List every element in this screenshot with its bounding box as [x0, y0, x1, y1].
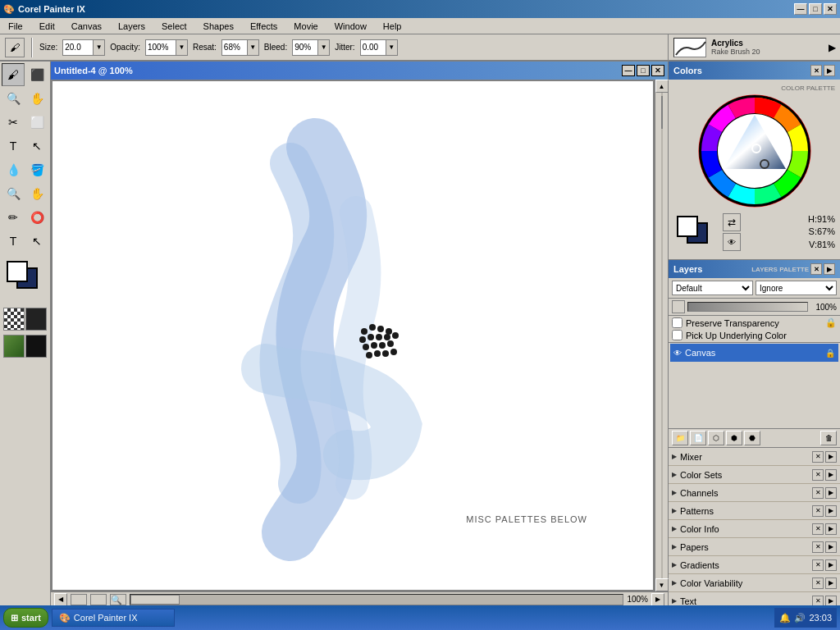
- scroll-down-button[interactable]: ▼: [655, 578, 669, 591]
- mixer-expand-btn[interactable]: ▶: [825, 451, 837, 463]
- color-sets-close-btn[interactable]: ✕: [812, 469, 824, 481]
- composite-select[interactable]: Ignore: [756, 281, 837, 295]
- select-tool[interactable]: ↖: [25, 230, 48, 253]
- color-sets-expand-btn[interactable]: ▶: [825, 469, 837, 481]
- resat-arrow[interactable]: ▼: [247, 40, 258, 55]
- pen-tool[interactable]: ✏: [2, 206, 25, 229]
- opacity-slider[interactable]: [687, 302, 808, 312]
- layers-expand[interactable]: ▶: [824, 263, 835, 275]
- layer-trash-btn[interactable]: 🗑: [820, 431, 837, 445]
- start-button[interactable]: ⊞ start: [3, 608, 48, 628]
- blend-mode-select[interactable]: Default: [672, 281, 753, 295]
- text-expand-btn[interactable]: ▶: [825, 596, 837, 606]
- paint-bucket-tool[interactable]: 🪣: [25, 158, 48, 181]
- colors-panel-close[interactable]: ✕: [810, 65, 822, 76]
- channels-close-btn[interactable]: ✕: [812, 487, 824, 499]
- gradients-palette-row[interactable]: ▶ Gradients ✕ ▶: [669, 556, 840, 574]
- menu-window[interactable]: Window: [330, 20, 372, 33]
- menu-shapes[interactable]: Shapes: [199, 20, 239, 33]
- layer-adj-tool[interactable]: ↖: [25, 135, 48, 158]
- pattern-swatch[interactable]: [3, 308, 25, 331]
- dark-swatch[interactable]: [25, 308, 47, 331]
- minimize-button[interactable]: —: [794, 3, 807, 15]
- layer-copy-btn[interactable]: ⬡: [708, 431, 724, 445]
- layer-more-btn[interactable]: ⬣: [744, 431, 760, 445]
- fg-color-swatch[interactable]: [677, 216, 698, 237]
- papers-palette-row[interactable]: ▶ Papers ✕ ▶: [669, 538, 840, 556]
- text-tool[interactable]: T: [2, 135, 25, 158]
- color-variability-close-btn[interactable]: ✕: [812, 578, 824, 589]
- scrollbar-h-thumb[interactable]: [130, 595, 180, 605]
- black-swatch[interactable]: [25, 335, 47, 358]
- grabber-tool[interactable]: ✋: [25, 87, 48, 110]
- scroll-left-button[interactable]: ◀: [54, 593, 67, 606]
- scrollbar-h-track[interactable]: [130, 594, 623, 605]
- zoom-tool-2[interactable]: 🔍: [2, 182, 25, 205]
- jitter-input[interactable]: [361, 42, 386, 52]
- color-info-close-btn[interactable]: ✕: [812, 523, 824, 535]
- patterns-close-btn[interactable]: ✕: [812, 505, 824, 517]
- layers-close[interactable]: ✕: [810, 263, 822, 275]
- text-tool-2[interactable]: T: [2, 230, 25, 253]
- menu-file[interactable]: File: [3, 20, 28, 33]
- canvas-layer-item[interactable]: 👁 Canvas 🔒: [670, 344, 838, 362]
- color-variability-expand-btn[interactable]: ▶: [825, 578, 837, 589]
- patterns-palette-row[interactable]: ▶ Patterns ✕ ▶: [669, 502, 840, 520]
- channels-palette-row[interactable]: ▶ Channels ✕ ▶: [669, 484, 840, 502]
- scroll-thumb-v[interactable]: [661, 96, 663, 129]
- taskbar-painter-window[interactable]: 🎨 Corel Painter IX: [52, 609, 175, 627]
- color-sets-palette-row[interactable]: ▶ Color Sets ✕ ▶: [669, 466, 840, 484]
- canvas-inner[interactable]: MISC PALETTES BELOW: [52, 81, 653, 590]
- transform-tool[interactable]: ⬛: [25, 63, 48, 86]
- canvas-close[interactable]: ✕: [651, 65, 664, 76]
- papers-expand-btn[interactable]: ▶: [825, 541, 837, 553]
- brush-expand-arrow[interactable]: ▶: [829, 42, 836, 53]
- patterns-expand-btn[interactable]: ▶: [825, 505, 837, 517]
- canvas-scrollbar-v[interactable]: ▲ ▼: [655, 80, 668, 591]
- text-palette-row[interactable]: ▶ Text ✕ ▶: [669, 592, 840, 606]
- mixer-close-btn[interactable]: ✕: [812, 451, 824, 463]
- brush-tool[interactable]: 🖌: [2, 63, 25, 86]
- size-input[interactable]: [63, 42, 93, 52]
- foreground-color-swatch[interactable]: [7, 261, 28, 282]
- bleed-input[interactable]: [293, 42, 317, 52]
- bleed-arrow[interactable]: ▼: [317, 40, 329, 55]
- maximize-button[interactable]: □: [809, 3, 822, 15]
- preserve-transparency-checkbox[interactable]: [672, 317, 682, 328]
- rect-select-tool[interactable]: ⬜: [25, 111, 48, 134]
- scroll-track-v[interactable]: [661, 93, 663, 578]
- gradient-swatch[interactable]: [3, 335, 25, 358]
- mixer-palette-row[interactable]: ▶ Mixer ✕ ▶: [669, 448, 840, 466]
- menu-canvas[interactable]: Canvas: [66, 20, 107, 33]
- color-wheel-svg[interactable]: [697, 94, 812, 208]
- color-info-expand-btn[interactable]: ▶: [825, 523, 837, 535]
- papers-close-btn[interactable]: ✕: [812, 541, 824, 553]
- color-info-palette-row[interactable]: ▶ Color Info ✕ ▶: [669, 520, 840, 538]
- canvas-minimize[interactable]: —: [622, 65, 635, 76]
- layer-paste-btn[interactable]: ⬢: [726, 431, 742, 445]
- eyedropper-icon[interactable]: 👁: [723, 233, 741, 251]
- text-close-btn[interactable]: ✕: [812, 596, 824, 606]
- scroll-btn-icons[interactable]: [71, 594, 87, 605]
- scroll-right-button[interactable]: ▶: [651, 593, 664, 606]
- menu-select[interactable]: Select: [157, 20, 192, 33]
- gradients-close-btn[interactable]: ✕: [812, 559, 824, 571]
- menu-effects[interactable]: Effects: [245, 20, 282, 33]
- zoom-btn[interactable]: 🔍: [110, 594, 126, 605]
- size-arrow[interactable]: ▼: [93, 40, 104, 55]
- menu-help[interactable]: Help: [378, 20, 407, 33]
- drawing-canvas[interactable]: MISC PALETTES BELOW: [52, 81, 653, 590]
- brush-tool-icon[interactable]: 🖌: [5, 38, 25, 57]
- canvas-maximize[interactable]: □: [637, 65, 650, 76]
- menu-movie[interactable]: Movie: [289, 20, 322, 33]
- layer-new-btn[interactable]: 📄: [690, 431, 706, 445]
- resat-input[interactable]: [222, 42, 247, 52]
- dropper-tool[interactable]: 💧: [2, 158, 25, 181]
- colors-panel-expand[interactable]: ▶: [824, 65, 835, 76]
- close-button[interactable]: ✕: [824, 3, 837, 15]
- menu-layers[interactable]: Layers: [113, 20, 150, 33]
- scroll-up-button[interactable]: ▲: [655, 80, 669, 93]
- jitter-arrow[interactable]: ▼: [386, 40, 397, 55]
- color-wheel-wrapper[interactable]: [697, 94, 812, 210]
- gradients-expand-btn[interactable]: ▶: [825, 559, 837, 571]
